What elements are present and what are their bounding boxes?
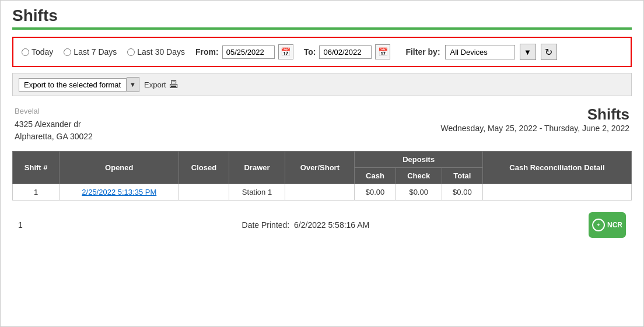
filter-select-wrapper: All Devices [445, 45, 515, 59]
report-title-section: Shifts Wednesday, May 25, 2022 - Thursda… [441, 106, 630, 133]
cell-over-short [285, 184, 355, 200]
export-select-wrapper: Export to the selected format ▼ [19, 77, 139, 92]
filter-by-group: Filter by: All Devices ▼ ↻ [405, 44, 556, 60]
radio-group-last7[interactable]: Last 7 Days [64, 47, 117, 57]
cell-total: $0.00 [442, 184, 482, 200]
date-printed: Date Printed: 6/2/2022 5:58:16 AM [242, 220, 370, 230]
col-header-closed: Closed [179, 151, 229, 184]
export-dropdown-icon[interactable]: ▼ [127, 77, 139, 92]
report-date-range: Wednesday, May 25, 2022 - Thursday, June… [441, 124, 630, 133]
radio-last7-label[interactable]: Last 7 Days [74, 47, 117, 57]
opened-link[interactable]: 2/25/2022 5:13:35 PM [82, 188, 156, 196]
export-button-label: Export [144, 80, 166, 89]
ncr-icon: ⚬ [592, 219, 605, 231]
store-name: Bevelal [15, 106, 93, 117]
from-date-group: From: 📅 [195, 44, 293, 59]
radio-last30-label[interactable]: Last 30 Days [137, 47, 185, 57]
date-printed-value: 6/2/2022 5:58:16 AM [294, 220, 369, 230]
filter-bar: Today Last 7 Days Last 30 Days From: 📅 T… [12, 37, 632, 67]
from-calendar-icon[interactable]: 📅 [278, 44, 293, 59]
col-header-cash-recon: Cash Reconciliation Detail [482, 151, 631, 184]
col-header-shift-num: Shift # [13, 151, 60, 184]
radio-group-today[interactable]: Today [22, 47, 53, 57]
shifts-table: Shift # Opened Closed Drawer Over/Short … [12, 151, 632, 201]
date-printed-label: Date Printed: [242, 220, 290, 230]
from-label: From: [195, 47, 219, 57]
to-date-input[interactable] [319, 45, 372, 59]
cell-cash: $0.00 [355, 184, 396, 200]
report-title: Shifts [441, 106, 630, 124]
store-info: Bevelal 4325 Alexander dr Alpharetta, GA… [15, 106, 93, 143]
filter-by-select[interactable]: All Devices [445, 45, 515, 59]
ncr-label: NCR [607, 221, 622, 229]
cell-check: $0.00 [396, 184, 442, 200]
export-bar: Export to the selected format ▼ Export 🖶 [12, 73, 632, 96]
cell-shift-num: 1 [13, 184, 60, 200]
col-header-check: Check [396, 167, 442, 184]
export-button[interactable]: Export 🖶 [144, 79, 179, 91]
report-header: Bevelal 4325 Alexander dr Alpharetta, GA… [12, 106, 632, 143]
table-row: 12/25/2022 5:13:35 PMStation 1$0.00$0.00… [13, 184, 632, 200]
cell-closed [179, 184, 229, 200]
radio-group-last30[interactable]: Last 30 Days [127, 47, 185, 57]
col-header-cash: Cash [355, 167, 396, 184]
col-header-opened: Opened [60, 151, 179, 184]
page-title: Shifts [12, 6, 632, 25]
from-date-input[interactable] [222, 45, 275, 59]
cell-opened[interactable]: 2/25/2022 5:13:35 PM [60, 184, 179, 200]
refresh-button[interactable]: ↻ [541, 44, 557, 60]
filter-dropdown-button[interactable]: ▼ [520, 44, 536, 60]
radio-today-label[interactable]: Today [32, 47, 53, 57]
cell-drawer: Station 1 [229, 184, 285, 200]
col-header-drawer: Drawer [229, 151, 285, 184]
to-label: To: [304, 47, 316, 57]
to-date-group: To: 📅 [304, 44, 391, 59]
page-number: 1 [18, 220, 23, 230]
col-header-deposits: Deposits [355, 151, 482, 167]
green-divider [12, 27, 632, 30]
radio-today[interactable] [22, 48, 29, 56]
radio-last7[interactable] [64, 48, 71, 56]
radio-last30[interactable] [127, 48, 135, 56]
to-calendar-icon[interactable]: 📅 [375, 44, 390, 59]
ncr-logo: ⚬ NCR [589, 212, 626, 238]
filter-by-label: Filter by: [405, 47, 440, 57]
export-format-select[interactable]: Export to the selected format [19, 78, 127, 92]
col-header-over-short: Over/Short [285, 151, 355, 184]
print-icon: 🖶 [169, 79, 179, 91]
store-address1: 4325 Alexander dr [15, 118, 93, 131]
store-address2: Alpharetta, GA 30022 [15, 131, 93, 143]
report-footer: 1 Date Printed: 6/2/2022 5:58:16 AM ⚬ NC… [12, 210, 632, 240]
col-header-total: Total [442, 167, 482, 184]
cell-cash-recon [482, 184, 631, 200]
